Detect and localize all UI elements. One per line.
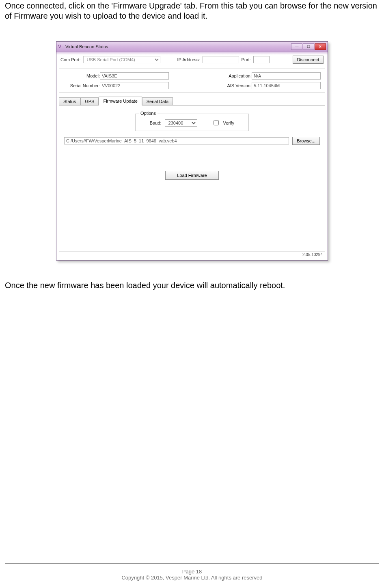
app-icon: V <box>58 44 64 50</box>
browse-button[interactable]: Browse... <box>292 137 320 145</box>
model-field <box>100 72 169 80</box>
intro-paragraph: Once connected, click on the 'Firmware U… <box>5 0 379 21</box>
window-title: Virtual Beacon Status <box>65 44 108 49</box>
verify-label: Verify <box>223 121 235 125</box>
ais-version-field <box>252 82 321 89</box>
tab-gps[interactable]: GPS <box>80 97 99 106</box>
app-version-footer: 2.05.10294 <box>59 251 325 258</box>
page-number: Page 18 <box>5 569 379 575</box>
device-info-group: Model: Application: Serial Number: AIS V… <box>59 69 325 93</box>
comport-label: Com Port: <box>60 57 81 62</box>
options-group: Options Baud: 230400 Verify <box>135 114 249 131</box>
minimize-button[interactable]: — <box>291 43 302 50</box>
page-footer: Page 18 Copyright © 2015, Vesper Marine … <box>5 563 379 581</box>
connection-row: Com Port: USB Serial Port (COM4) IP Addr… <box>59 54 325 66</box>
ais-version-label: AIS Version: <box>215 83 252 88</box>
baud-select[interactable]: 230400 <box>165 119 197 127</box>
model-label: Model: <box>63 73 100 78</box>
options-legend: Options <box>139 111 157 116</box>
serial-field <box>100 82 169 89</box>
copyright-text: Copyright © 2015, Vesper Marine Ltd. All… <box>5 575 379 581</box>
tab-status[interactable]: Status <box>59 97 80 106</box>
port-input[interactable] <box>253 56 270 63</box>
outro-paragraph: Once the new firmware has been loaded yo… <box>5 281 379 290</box>
close-button[interactable]: ✕ <box>315 43 326 50</box>
application-field <box>252 72 321 80</box>
disconnect-button[interactable]: Disconnect <box>293 56 324 64</box>
ip-label: IP Address: <box>177 57 200 62</box>
file-path-row: Browse... <box>64 137 320 145</box>
load-firmware-button[interactable]: Load Firmware <box>165 171 218 180</box>
port-label: Port: <box>242 57 251 62</box>
application-label: Application: <box>215 73 252 78</box>
ip-input[interactable] <box>203 56 239 63</box>
baud-label: Baud: <box>150 121 162 125</box>
serial-label: Serial Number: <box>63 83 100 88</box>
tab-strip: Status GPS Firmware Update Serial Data <box>59 96 325 105</box>
window-titlebar[interactable]: V Virtual Beacon Status — ☐ ✕ <box>56 42 328 52</box>
firmware-tab-panel: Options Baud: 230400 Verify <box>59 105 325 251</box>
verify-checkbox[interactable] <box>214 120 219 125</box>
file-path-input[interactable] <box>64 137 289 144</box>
tab-firmware-update[interactable]: Firmware Update <box>99 97 142 106</box>
maximize-button[interactable]: ☐ <box>303 43 314 50</box>
app-window-screenshot: V Virtual Beacon Status — ☐ ✕ Com Port: … <box>56 41 328 261</box>
comport-select[interactable]: USB Serial Port (COM4) <box>83 56 160 63</box>
tab-serial-data[interactable]: Serial Data <box>142 97 173 106</box>
